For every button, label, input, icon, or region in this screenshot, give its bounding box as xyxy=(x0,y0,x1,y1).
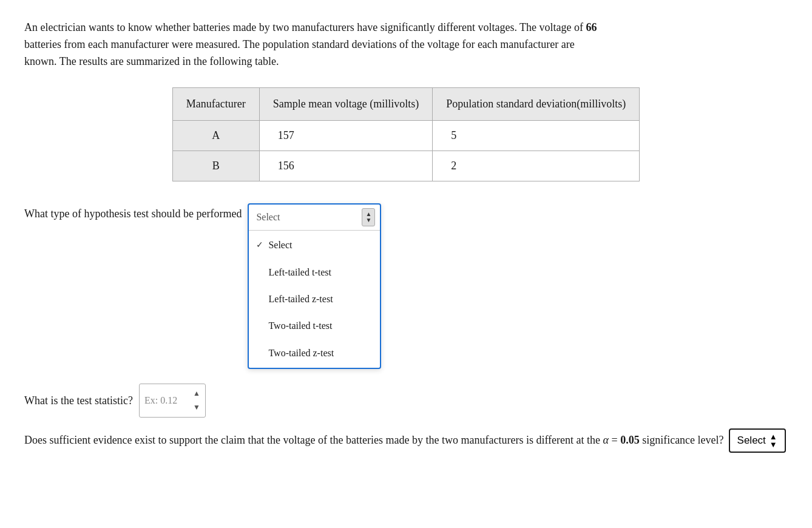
spinner-up[interactable]: ▲ xyxy=(193,387,200,401)
dropdown-item[interactable]: Left-tailed z-test xyxy=(249,286,380,313)
cell-manufacturer: A xyxy=(172,120,259,151)
cell-std-dev: 2 xyxy=(433,151,640,181)
dropdown-item[interactable]: Two-tailed z-test xyxy=(249,340,380,367)
hypothesis-dropdown-open[interactable]: Select ▲ ▼ ✓SelectLeft-tailed t-testLeft… xyxy=(248,203,381,369)
select-arrow-up: ▲ xyxy=(770,433,777,441)
cell-sample-mean: 157 xyxy=(259,120,432,151)
questions-section: What type of hypothesis test should be p… xyxy=(24,203,788,453)
cell-std-dev: 5 xyxy=(433,120,640,151)
table-row: B1562 xyxy=(172,151,639,181)
q3-select-label: Select xyxy=(737,435,766,447)
battery-count: 66 xyxy=(586,21,597,33)
dropdown-item-label: Select xyxy=(268,236,292,254)
dropdown-list: ✓SelectLeft-tailed t-testLeft-tailed z-t… xyxy=(249,231,380,368)
dropdown-item[interactable]: Two-tailed t-test xyxy=(249,313,380,339)
dropdown-item-label: Two-tailed z-test xyxy=(268,344,334,362)
dropdown-item[interactable]: ✓Select xyxy=(249,232,380,259)
input-placeholder: Ex: 0.12 xyxy=(144,391,177,410)
q3-row: Does sufficient evidence exist to suppor… xyxy=(24,428,788,453)
q2-row: What is the test statistic? Ex: 0.12 ▲ ▼ xyxy=(24,384,788,418)
spinner-down[interactable]: ▼ xyxy=(193,401,200,415)
q2-text: What is the test statistic? xyxy=(24,390,133,411)
data-table: Manufacturer Sample mean voltage (milliv… xyxy=(172,87,640,181)
intro-text-before: An electrician wants to know whether bat… xyxy=(24,21,586,33)
col-header-std-dev: Population standard deviation(millivolts… xyxy=(433,87,640,120)
q1-text: What type of hypothesis test should be p… xyxy=(24,203,242,224)
dropdown-arrow-button[interactable]: ▲ ▼ xyxy=(362,208,375,226)
dropdown-item[interactable]: Left-tailed t-test xyxy=(249,259,380,286)
select-btn-arrows: ▲ ▼ xyxy=(770,433,777,448)
col-header-manufacturer: Manufacturer xyxy=(172,87,259,120)
table-row: A1575 xyxy=(172,120,639,151)
cell-manufacturer: B xyxy=(172,151,259,181)
dropdown-item-label: Left-tailed z-test xyxy=(268,290,333,308)
significance-level: 0.05 xyxy=(620,434,640,446)
dropdown-item-label: Two-tailed t-test xyxy=(268,317,332,335)
col-header-sample-mean: Sample mean voltage (millivolts) xyxy=(259,87,432,120)
test-statistic-input[interactable]: Ex: 0.12 ▲ ▼ xyxy=(139,384,206,418)
q3-select-button[interactable]: Select ▲ ▼ xyxy=(729,428,786,453)
dropdown-selected-text: Select xyxy=(256,208,280,226)
cell-sample-mean: 156 xyxy=(259,151,432,181)
select-arrow-down: ▼ xyxy=(770,441,777,448)
intro-text-after: batteries from each manufacturer were me… xyxy=(24,38,575,67)
hypothesis-dropdown-wrapper: Select ▲ ▼ ✓SelectLeft-tailed t-testLeft… xyxy=(248,203,381,369)
q3-text-before: Does sufficient evidence exist to suppor… xyxy=(24,432,724,449)
dropdown-item-label: Left-tailed t-test xyxy=(268,263,331,282)
alpha-symbol: α xyxy=(603,434,609,446)
q1-row: What type of hypothesis test should be p… xyxy=(24,203,788,369)
arrow-down-icon: ▼ xyxy=(365,217,371,223)
input-spinner[interactable]: ▲ ▼ xyxy=(193,387,200,415)
dropdown-header: Select ▲ ▼ xyxy=(249,205,380,231)
intro-paragraph: An electrician wants to know whether bat… xyxy=(24,19,607,70)
check-icon: ✓ xyxy=(256,237,265,254)
